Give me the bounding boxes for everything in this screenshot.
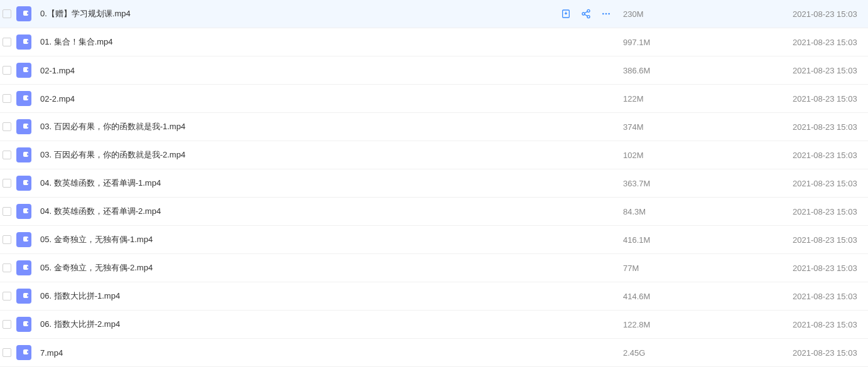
- video-file-icon: [16, 204, 31, 219]
- video-file-icon: [16, 119, 31, 134]
- row-checkbox[interactable]: [3, 207, 11, 216]
- file-size: 386.6M: [623, 66, 793, 75]
- file-date: 2021-08-23 15:03: [793, 235, 868, 245]
- file-row[interactable]: 03. 百因必有果，你的函数就是我-2.mp4102M2021-08-23 15…: [0, 141, 868, 169]
- video-file-icon: [16, 147, 31, 162]
- file-date: 2021-08-23 15:03: [793, 38, 868, 47]
- file-size: 997.1M: [623, 38, 793, 47]
- file-date: 2021-08-23 15:03: [793, 9, 868, 19]
- file-row[interactable]: 0.【赠】学习规划课.mp4230M2021-08-23 15:03: [0, 0, 868, 28]
- row-checkbox[interactable]: [3, 151, 11, 159]
- file-name[interactable]: 7.mp4: [40, 348, 623, 358]
- svg-point-6: [602, 13, 604, 15]
- row-checkbox[interactable]: [3, 94, 11, 103]
- video-file-icon: [16, 317, 31, 332]
- file-size: 102M: [623, 151, 793, 160]
- file-name[interactable]: 06. 指数大比拼-1.mp4: [40, 290, 623, 302]
- file-row[interactable]: 06. 指数大比拼-2.mp4122.8M2021-08-23 15:03: [0, 311, 868, 339]
- row-checkbox[interactable]: [3, 320, 11, 329]
- video-file-icon: [16, 260, 31, 275]
- file-row[interactable]: 7.mp42.45G2021-08-23 15:03: [0, 339, 868, 367]
- video-file-icon: [16, 232, 31, 247]
- svg-point-1: [587, 9, 590, 12]
- file-row[interactable]: 05. 金奇独立，无独有偶-2.mp477M2021-08-23 15:03: [0, 254, 868, 282]
- file-size: 122.8M: [623, 320, 793, 329]
- file-row[interactable]: 03. 百因必有果，你的函数就是我-1.mp4374M2021-08-23 15…: [0, 113, 868, 141]
- file-name[interactable]: 05. 金奇独立，无独有偶-1.mp4: [40, 234, 623, 245]
- download-icon[interactable]: [560, 8, 572, 19]
- file-name[interactable]: 06. 指数大比拼-2.mp4: [40, 319, 623, 330]
- file-date: 2021-08-23 15:03: [793, 179, 868, 188]
- file-size: 230M: [623, 9, 793, 19]
- file-size: 122M: [623, 94, 793, 104]
- row-checkbox[interactable]: [3, 38, 11, 46]
- row-checkbox[interactable]: [3, 66, 11, 75]
- file-list: 0.【赠】学习规划课.mp4230M2021-08-23 15:0301. 集合…: [0, 0, 868, 367]
- file-name[interactable]: 0.【赠】学习规划课.mp4: [40, 8, 560, 19]
- file-name[interactable]: 02-1.mp4: [40, 66, 623, 75]
- file-date: 2021-08-23 15:03: [793, 320, 868, 329]
- file-date: 2021-08-23 15:03: [793, 263, 868, 273]
- row-checkbox[interactable]: [3, 292, 11, 301]
- svg-point-3: [587, 16, 590, 18]
- file-row[interactable]: 04. 数英雄函数，还看单调-2.mp484.3M2021-08-23 15:0…: [0, 198, 868, 226]
- svg-line-4: [585, 11, 588, 13]
- file-date: 2021-08-23 15:03: [793, 207, 868, 216]
- row-checkbox[interactable]: [3, 179, 11, 188]
- video-file-icon: [16, 345, 31, 360]
- row-checkbox[interactable]: [3, 122, 11, 131]
- video-file-icon: [16, 91, 31, 106]
- file-date: 2021-08-23 15:03: [793, 151, 868, 160]
- file-row[interactable]: 01. 集合！集合.mp4997.1M2021-08-23 15:03: [0, 28, 868, 56]
- file-date: 2021-08-23 15:03: [793, 348, 868, 358]
- file-size: 77M: [623, 263, 793, 273]
- file-name[interactable]: 05. 金奇独立，无独有偶-2.mp4: [40, 262, 623, 274]
- video-file-icon: [16, 63, 31, 78]
- file-row[interactable]: 06. 指数大比拼-1.mp4414.6M2021-08-23 15:03: [0, 282, 868, 311]
- svg-point-8: [608, 13, 610, 15]
- row-checkbox[interactable]: [3, 9, 11, 18]
- video-file-icon: [16, 176, 31, 191]
- file-date: 2021-08-23 15:03: [793, 94, 868, 104]
- video-file-icon: [16, 6, 31, 21]
- more-icon[interactable]: [600, 8, 612, 19]
- file-size: 414.6M: [623, 292, 793, 301]
- video-file-icon: [16, 289, 31, 304]
- file-date: 2021-08-23 15:03: [793, 66, 868, 75]
- file-name[interactable]: 02-2.mp4: [40, 94, 623, 104]
- file-name[interactable]: 04. 数英雄函数，还看单调-1.mp4: [40, 178, 623, 189]
- file-size: 416.1M: [623, 235, 793, 245]
- row-hover-actions: [560, 8, 623, 19]
- file-size: 2.45G: [623, 348, 793, 358]
- video-file-icon: [16, 35, 31, 50]
- file-date: 2021-08-23 15:03: [793, 122, 868, 132]
- file-row[interactable]: 02-2.mp4122M2021-08-23 15:03: [0, 85, 868, 113]
- row-checkbox[interactable]: [3, 235, 11, 244]
- row-checkbox[interactable]: [3, 263, 11, 272]
- file-name[interactable]: 03. 百因必有果，你的函数就是我-2.mp4: [40, 149, 623, 161]
- share-icon[interactable]: [580, 8, 592, 19]
- row-checkbox[interactable]: [3, 348, 11, 357]
- svg-line-5: [585, 14, 588, 16]
- svg-point-7: [605, 13, 607, 15]
- svg-point-2: [582, 13, 585, 15]
- file-name[interactable]: 01. 集合！集合.mp4: [40, 36, 623, 48]
- file-row[interactable]: 02-1.mp4386.6M2021-08-23 15:03: [0, 56, 868, 85]
- file-name[interactable]: 04. 数英雄函数，还看单调-2.mp4: [40, 206, 623, 217]
- file-row[interactable]: 04. 数英雄函数，还看单调-1.mp4363.7M2021-08-23 15:…: [0, 169, 868, 198]
- file-row[interactable]: 05. 金奇独立，无独有偶-1.mp4416.1M2021-08-23 15:0…: [0, 226, 868, 254]
- file-size: 363.7M: [623, 179, 793, 188]
- file-date: 2021-08-23 15:03: [793, 292, 868, 301]
- file-size: 84.3M: [623, 207, 793, 216]
- file-name[interactable]: 03. 百因必有果，你的函数就是我-1.mp4: [40, 121, 623, 132]
- file-size: 374M: [623, 122, 793, 132]
